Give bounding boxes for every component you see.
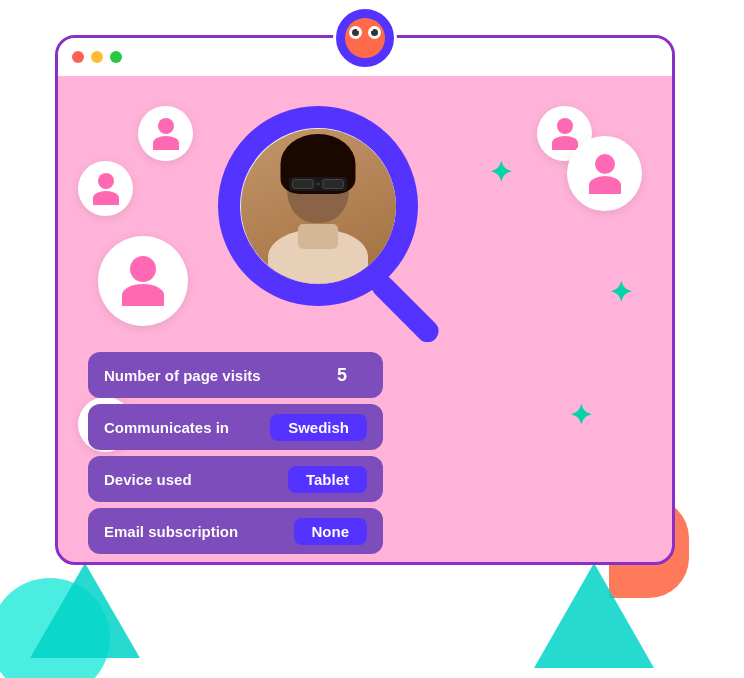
page-visits-label: Number of page visits — [104, 367, 317, 384]
avatar-3 — [78, 161, 133, 216]
device-used-value: Tablet — [288, 466, 367, 493]
communicates-in-label: Communicates in — [104, 419, 270, 436]
page-visits-card: Number of page visits 5 — [88, 352, 383, 398]
teal-triangle-right-decoration — [534, 563, 654, 668]
avatar-5 — [567, 136, 642, 211]
communicates-in-card: Communicates in Swedish — [88, 404, 383, 450]
browser-window: ✦ ✦ ✦ ✦ ✦ — [55, 35, 675, 565]
sparkle-3: ✦ — [609, 276, 632, 309]
scene: ✦ ✦ ✦ ✦ ✦ — [0, 0, 744, 678]
sparkle-2: ✦ — [489, 156, 512, 189]
person-photo — [241, 129, 396, 284]
browser-dot-red — [72, 51, 84, 63]
magnifier-handle — [367, 271, 443, 347]
teal-triangle-decoration — [30, 563, 140, 658]
sparkle-4: ✦ — [569, 399, 592, 432]
communicates-in-value: Swedish — [270, 414, 367, 441]
robot-face — [345, 18, 385, 58]
email-subscription-label: Email subscription — [104, 523, 294, 540]
avatar-4 — [98, 236, 188, 326]
email-subscription-value: None — [294, 518, 368, 545]
page-visits-value: 5 — [317, 360, 367, 391]
info-cards: Number of page visits 5 Communicates in … — [88, 352, 383, 554]
device-used-card: Device used Tablet — [88, 456, 383, 502]
robot-icon — [333, 6, 397, 70]
browser-content: ✦ ✦ ✦ ✦ ✦ — [58, 76, 672, 562]
browser-dot-green — [110, 51, 122, 63]
magnifier — [218, 106, 478, 366]
avatar-1 — [138, 106, 193, 161]
device-used-label: Device used — [104, 471, 288, 488]
email-subscription-card: Email subscription None — [88, 508, 383, 554]
browser-dot-yellow — [91, 51, 103, 63]
